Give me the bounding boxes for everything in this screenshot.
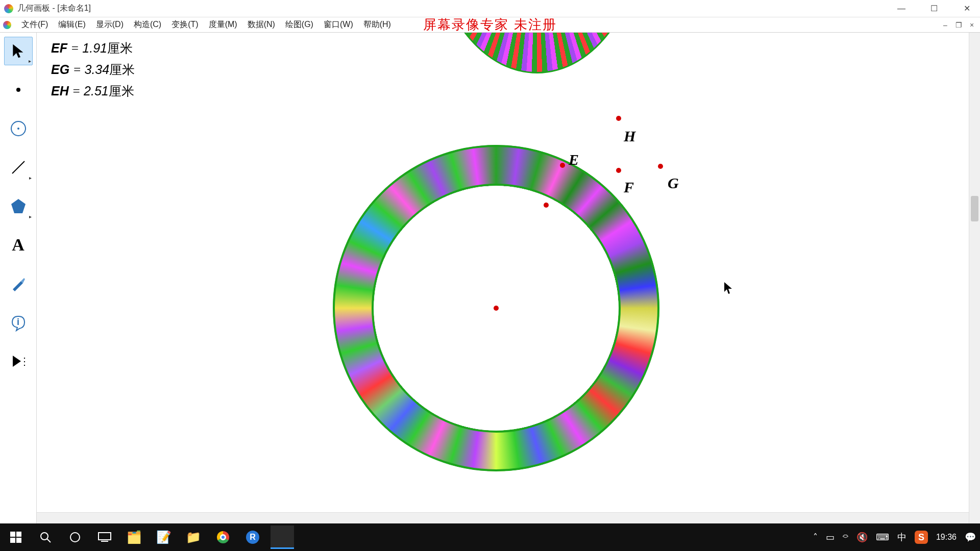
svg-marker-4: [11, 199, 26, 213]
svg-rect-7: [16, 532, 21, 537]
start-button[interactable]: [4, 525, 28, 549]
app-icon: [4, 4, 13, 13]
point-center[interactable]: [494, 306, 499, 311]
point-e[interactable]: [560, 163, 565, 168]
tool-text[interactable]: A: [4, 231, 33, 259]
submenu-indicator-icon: ▸: [29, 214, 32, 219]
horizontal-scrollbar[interactable]: [37, 512, 969, 523]
tool-compass[interactable]: [4, 114, 33, 143]
tool-info[interactable]: i: [4, 308, 33, 337]
taskview-button[interactable]: [93, 525, 116, 549]
minimize-button[interactable]: —: [892, 2, 911, 16]
tray-sogou-icon[interactable]: S: [915, 531, 928, 544]
tool-point[interactable]: [4, 76, 33, 104]
tool-arrow[interactable]: ▸: [4, 37, 33, 65]
measurement-ef[interactable]: EF = 1.91厘米: [51, 40, 133, 57]
submenu-indicator-icon: ▸: [29, 58, 31, 64]
label-g[interactable]: G: [668, 174, 679, 192]
top-arc-shape: [455, 33, 614, 73]
svg-rect-8: [10, 538, 15, 543]
tool-palette: ▸ ▸ ▸ A i ⋮: [0, 33, 37, 523]
svg-line-11: [47, 539, 51, 542]
watermark-banner: 屏幕录像专家 未注册: [423, 16, 556, 34]
tray-wifi-icon[interactable]: ⌔: [843, 532, 848, 543]
tray-battery-icon[interactable]: ▭: [826, 532, 835, 543]
r-icon: R: [246, 531, 259, 544]
window-titlebar: 几何画板 - [未命名1] — ☐ ✕: [0, 0, 980, 17]
chrome-icon: [217, 531, 229, 543]
mouse-cursor-icon: [723, 282, 733, 298]
work-area: ▸ ▸ ▸ A i ⋮ EF =: [0, 33, 980, 523]
close-button[interactable]: ✕: [958, 2, 976, 16]
point-f[interactable]: [616, 168, 621, 173]
svg-point-0: [16, 88, 20, 92]
menu-help[interactable]: 帮助(H): [358, 17, 396, 32]
tool-line[interactable]: ▸: [4, 153, 33, 182]
taskbar-app-1[interactable]: 🗂️: [122, 525, 146, 549]
point-inner[interactable]: [544, 203, 549, 208]
menu-transform[interactable]: 变换(T): [166, 17, 203, 32]
taskbar-r-app[interactable]: R: [241, 525, 264, 549]
tray-clock[interactable]: 19:36: [936, 533, 957, 542]
point-g[interactable]: [658, 164, 663, 169]
mdi-close-button[interactable]: ×: [967, 20, 977, 30]
tray-volume-icon[interactable]: 🔇: [856, 532, 868, 543]
menu-display[interactable]: 显示(D): [91, 17, 129, 32]
svg-point-10: [41, 533, 48, 540]
dots-icon: ⋮: [19, 355, 30, 367]
point-h[interactable]: [616, 116, 621, 121]
svg-rect-13: [99, 533, 111, 540]
cortana-button[interactable]: [63, 525, 87, 549]
taskbar-explorer[interactable]: 📁: [182, 525, 205, 549]
drawing-canvas[interactable]: EF = 1.91厘米 EG = 3.34厘米 EH = 2.51厘米 E H: [37, 33, 980, 523]
label-h[interactable]: H: [624, 128, 635, 145]
menu-file[interactable]: 文件(F): [16, 17, 53, 32]
submenu-indicator-icon: ▸: [29, 175, 32, 181]
menu-window[interactable]: 窗口(W): [318, 17, 358, 32]
svg-text:i: i: [17, 317, 19, 327]
tray-chevron-icon[interactable]: ˄: [813, 532, 818, 543]
tool-marker[interactable]: [4, 269, 33, 298]
label-e[interactable]: E: [569, 151, 579, 168]
taskbar-chrome[interactable]: [211, 525, 235, 549]
svg-line-3: [12, 161, 24, 173]
menu-graph[interactable]: 绘图(G): [280, 17, 318, 32]
tray-ime[interactable]: 中: [897, 531, 906, 543]
menu-construct[interactable]: 构造(C): [129, 17, 166, 32]
tool-polygon[interactable]: ▸: [4, 192, 33, 220]
doc-icon: [3, 21, 11, 29]
menu-edit[interactable]: 编辑(E): [53, 17, 90, 32]
label-f[interactable]: F: [624, 179, 634, 196]
svg-rect-14: [101, 541, 108, 542]
taskbar-gsp[interactable]: [271, 525, 294, 549]
windows-taskbar: 🗂️ 📝 📁 R ˄ ▭ ⌔ 🔇 ⌨ 中 S 19:36 💬: [0, 523, 980, 551]
menu-measure[interactable]: 度量(M): [204, 17, 242, 32]
measurement-eg[interactable]: EG = 3.34厘米: [51, 61, 135, 78]
maximize-button[interactable]: ☐: [925, 2, 943, 16]
svg-rect-9: [16, 538, 21, 543]
vertical-scrollbar[interactable]: [969, 33, 980, 523]
text-icon: A: [12, 235, 24, 255]
search-button[interactable]: [34, 525, 57, 549]
mdi-restore-button[interactable]: ❐: [953, 20, 964, 30]
tool-custom[interactable]: ⋮: [4, 347, 33, 375]
svg-point-2: [17, 128, 19, 130]
measurement-eh[interactable]: EH = 2.51厘米: [51, 83, 134, 99]
taskbar-app-2[interactable]: 📝: [152, 525, 176, 549]
menu-bar: 文件(F) 编辑(E) 显示(D) 构造(C) 变换(T) 度量(M) 数据(N…: [0, 17, 980, 33]
window-title: 几何画板 - [未命名1]: [17, 3, 91, 14]
svg-point-12: [70, 533, 80, 542]
gsp-icon: [277, 531, 288, 542]
svg-rect-6: [10, 532, 15, 537]
mdi-minimize-button[interactable]: –: [940, 20, 950, 30]
tray-notifications-icon[interactable]: 💬: [965, 532, 976, 543]
tray-keyboard-icon[interactable]: ⌨: [876, 532, 889, 543]
menu-data[interactable]: 数据(N): [242, 17, 280, 32]
